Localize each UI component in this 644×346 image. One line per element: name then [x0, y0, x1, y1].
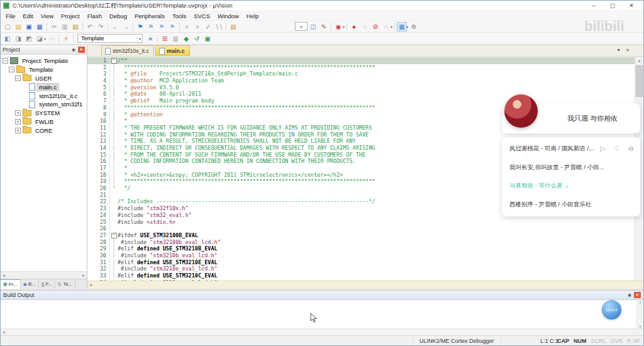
tree-item-template[interactable]: −Template [1, 65, 87, 74]
disable-breakpoint-icon[interactable]: ⊘ [370, 22, 380, 31]
expander-icon[interactable]: + [15, 128, 21, 133]
batch-build-icon[interactable]: ◪ [35, 34, 45, 43]
window-layout-button[interactable]: ▦▾ [397, 22, 408, 31]
menu-svcs[interactable]: SVCS [190, 13, 214, 20]
undo-icon[interactable]: ↶ [85, 22, 95, 31]
unindent-icon[interactable]: « [182, 22, 192, 31]
file-extensions-icon[interactable]: ▥ [170, 34, 180, 43]
pin-icon[interactable]: ◉ [628, 293, 631, 298]
fold-collapse-icon[interactable]: − [111, 58, 117, 64]
spell-check-icon[interactable]: ▧ [228, 22, 238, 31]
save-all-icon[interactable]: ▦ [35, 22, 45, 31]
find-in-files-icon[interactable]: ◫ [308, 22, 318, 31]
navigate-back-icon[interactable]: ← [110, 22, 120, 31]
tree-item-fwlib[interactable]: +FWLIB [1, 118, 87, 126]
playlist-item[interactable]: 风过谢桃花 - 司南 / 国风新语 /...▷♡⊖ [502, 140, 640, 157]
play-icon[interactable]: ▷ [600, 145, 605, 153]
expander-icon[interactable]: − [3, 58, 8, 64]
redo-icon[interactable]: ↷ [96, 22, 106, 31]
menu-debug[interactable]: Debug [106, 13, 131, 20]
scroll-thumb[interactable] [636, 65, 643, 97]
stop-build-icon[interactable]: ▭ [47, 34, 57, 43]
kill-breakpoints-icon[interactable]: ◌ [381, 22, 391, 31]
editor-hscrollbar[interactable]: ◄ [87, 281, 643, 289]
paste-icon[interactable]: ▧ [70, 22, 80, 31]
dock-tab-books[interactable]: ◉B... [21, 279, 39, 289]
dock-tab-templates[interactable]: 0.Te... [55, 279, 75, 289]
playlist-item[interactable]: 与君相依 - 等什么君♪ [502, 177, 640, 194]
close-button[interactable]: ✕ [622, 3, 641, 9]
playlist-item[interactable]: 西楼别序 - 尹昔眠 / 小田音乐社 [502, 196, 640, 213]
indent-icon[interactable]: » [192, 22, 203, 31]
clear-bookmarks-icon[interactable]: ⚑ [167, 22, 177, 31]
scroll-right-icon[interactable]: ► [82, 274, 86, 277]
reload-packs-icon[interactable]: ↺ [192, 34, 202, 43]
scroll-left-icon[interactable]: ◄ [2, 274, 6, 277]
open-file-icon[interactable]: ▤ [13, 22, 23, 31]
menu-edit[interactable]: Edit [19, 13, 36, 20]
tree-item-system[interactable]: +SYSTEM [1, 109, 87, 118]
prev-bookmark-icon[interactable]: ⚑ [146, 22, 156, 31]
dock-tab-functions[interactable]: {}F... [39, 279, 55, 289]
menu-file[interactable]: File [2, 13, 19, 20]
uncomment-selection-icon[interactable]: ∖∖ [214, 22, 224, 31]
download-flash-icon[interactable]: ⚡ [61, 34, 71, 43]
scroll-up-icon[interactable]: ▲ [635, 57, 643, 62]
menu-help[interactable]: Help [243, 13, 263, 20]
manage-project-items-icon[interactable]: ⊞ [160, 34, 170, 43]
translate-file-icon[interactable]: ◧ [3, 34, 13, 43]
tree-item-project-template[interactable]: −Project: Template [1, 57, 87, 65]
tree-item-user[interactable]: −USER [1, 74, 87, 83]
expander-icon[interactable]: − [9, 67, 14, 72]
target-select[interactable]: Template▾ [77, 34, 143, 43]
pin-icon[interactable]: ◉ [72, 47, 75, 52]
next-bookmark-icon[interactable]: ⚑ [157, 22, 167, 31]
pack-installer-icon[interactable]: ▣ [203, 34, 213, 43]
save-icon[interactable]: ▣ [24, 22, 34, 31]
rebuild-all-icon[interactable]: ◩ [24, 34, 34, 43]
expander-icon[interactable]: + [15, 110, 21, 116]
new-file-icon[interactable]: ▢ [3, 22, 13, 31]
navigate-forward-icon[interactable]: → [121, 22, 131, 31]
menu-tools[interactable]: Tools [169, 13, 190, 20]
playlist-item[interactable]: 我叫长安,你叫故里 - 尹昔眠 / 小田... [502, 159, 640, 176]
close-panel-icon[interactable]: ✕ [634, 292, 641, 298]
close-document-icon[interactable]: ✕ [626, 48, 630, 53]
annotation-pen-icon[interactable]: ✎ [319, 22, 329, 31]
enable-breakpoint-icon[interactable]: ○ [360, 22, 370, 31]
batch-build-button[interactable]: ◪▾ [35, 34, 46, 43]
menu-peripherals[interactable]: Peripherals [131, 13, 169, 20]
options-for-target-icon[interactable]: ∗ [145, 34, 155, 43]
scroll-up-icon[interactable]: ▲ [637, 300, 643, 304]
heart-icon[interactable]: ♡ [614, 145, 620, 153]
cut-icon[interactable]: ✂ [49, 22, 59, 31]
kill-breakpoints-button[interactable]: ◌▾ [381, 22, 392, 31]
manage-rte-icon[interactable]: ◆ [181, 34, 191, 43]
close-panel-icon[interactable]: ✕ [78, 47, 85, 53]
project-hscrollbar[interactable]: ◄ ► [1, 271, 87, 279]
find-icon[interactable]: ◉ [333, 22, 343, 31]
scroll-left-icon[interactable]: ◄ [2, 330, 6, 334]
toggle-bookmark-icon[interactable]: ⚑ [135, 22, 145, 31]
comment-selection-icon[interactable]: ∕∕ [203, 22, 213, 31]
remove-icon[interactable]: ⊖ [628, 145, 634, 153]
build-hscrollbar[interactable]: ◄ [1, 328, 643, 335]
tree-item-stm32f10x-it-c[interactable]: stm32f10x_it.c [1, 91, 87, 100]
fold-collapse-icon[interactable]: − [111, 233, 117, 238]
build-output-content[interactable]: ▲ ▼ [1, 300, 643, 328]
build-target-icon[interactable]: ◨ [13, 34, 23, 43]
scroll-left-icon[interactable]: ◄ [89, 283, 92, 287]
insert-breakpoint-icon[interactable]: ● [349, 22, 359, 31]
scroll-down-icon[interactable]: ▼ [637, 325, 643, 328]
tab-list-icon[interactable]: ▼ [616, 48, 621, 53]
menu-window[interactable]: Window [214, 13, 243, 20]
menu-flash[interactable]: Flash [84, 13, 106, 20]
menu-view[interactable]: View [37, 13, 57, 20]
search-dropdown-icon[interactable]: ▾ [295, 22, 308, 31]
maximize-button[interactable]: ▢ [603, 3, 622, 9]
minimize-button[interactable]: – [584, 3, 603, 9]
dock-tab-project[interactable]: ▦Pr... [1, 279, 21, 289]
menu-project[interactable]: Project [57, 13, 84, 20]
editor-tab-main-c[interactable]: main.c [155, 45, 190, 56]
tree-item-system-stm32f1[interactable]: system_stm32f1 [1, 100, 87, 109]
